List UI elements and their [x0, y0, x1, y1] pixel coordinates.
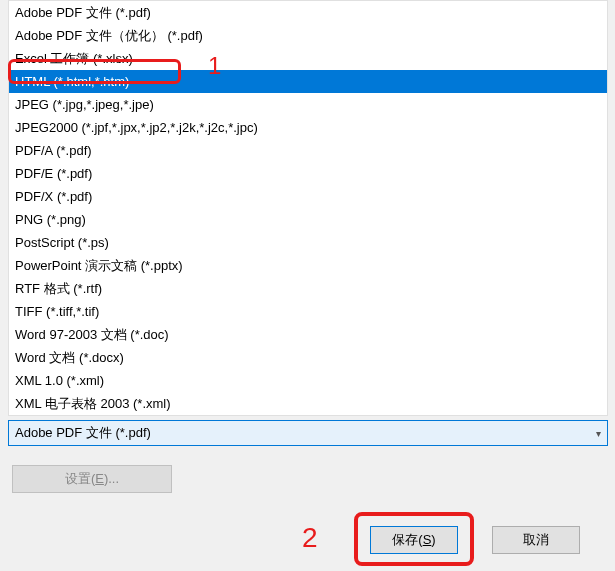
filetype-option[interactable]: Word 文档 (*.docx): [9, 346, 607, 369]
filetype-option[interactable]: XML 电子表格 2003 (*.xml): [9, 392, 607, 415]
filetype-option[interactable]: HTML (*.html,*.htm): [9, 70, 607, 93]
filetype-option[interactable]: PDF/X (*.pdf): [9, 185, 607, 208]
cancel-button[interactable]: 取消: [492, 526, 580, 554]
filetype-option[interactable]: XML 1.0 (*.xml): [9, 369, 607, 392]
save-button-label: 保存(S): [392, 531, 435, 549]
filetype-option[interactable]: 纯文本 (*.txt): [9, 415, 607, 416]
settings-button: 设置(E)...: [12, 465, 172, 493]
filetype-option[interactable]: PNG (*.png): [9, 208, 607, 231]
filetype-option[interactable]: PDF/A (*.pdf): [9, 139, 607, 162]
settings-button-label: 设置(E)...: [65, 470, 119, 488]
filetype-dropdown-value: Adobe PDF 文件 (*.pdf): [15, 424, 151, 442]
filetype-option[interactable]: PDF/E (*.pdf): [9, 162, 607, 185]
filetype-option[interactable]: PowerPoint 演示文稿 (*.pptx): [9, 254, 607, 277]
save-button[interactable]: 保存(S): [370, 526, 458, 554]
filetype-option[interactable]: PostScript (*.ps): [9, 231, 607, 254]
filetype-option[interactable]: RTF 格式 (*.rtf): [9, 277, 607, 300]
filetype-option[interactable]: TIFF (*.tiff,*.tif): [9, 300, 607, 323]
filetype-listbox[interactable]: Adobe PDF 文件 (*.pdf)Adobe PDF 文件（优化） (*.…: [8, 0, 608, 416]
annotation-label-2: 2: [302, 522, 318, 554]
filetype-option[interactable]: Word 97-2003 文档 (*.doc): [9, 323, 607, 346]
filetype-option[interactable]: Excel 工作簿 (*.xlsx): [9, 47, 607, 70]
filetype-option[interactable]: JPEG2000 (*.jpf,*.jpx,*.jp2,*.j2k,*.j2c,…: [9, 116, 607, 139]
chevron-down-icon: ▾: [596, 428, 601, 439]
cancel-button-label: 取消: [523, 531, 549, 549]
filetype-option[interactable]: JPEG (*.jpg,*.jpeg,*.jpe): [9, 93, 607, 116]
filetype-dropdown-row: Adobe PDF 文件 (*.pdf) ▾: [8, 420, 608, 446]
filetype-option[interactable]: Adobe PDF 文件 (*.pdf): [9, 1, 607, 24]
filetype-option[interactable]: Adobe PDF 文件（优化） (*.pdf): [9, 24, 607, 47]
filetype-dropdown[interactable]: Adobe PDF 文件 (*.pdf) ▾: [8, 420, 608, 446]
